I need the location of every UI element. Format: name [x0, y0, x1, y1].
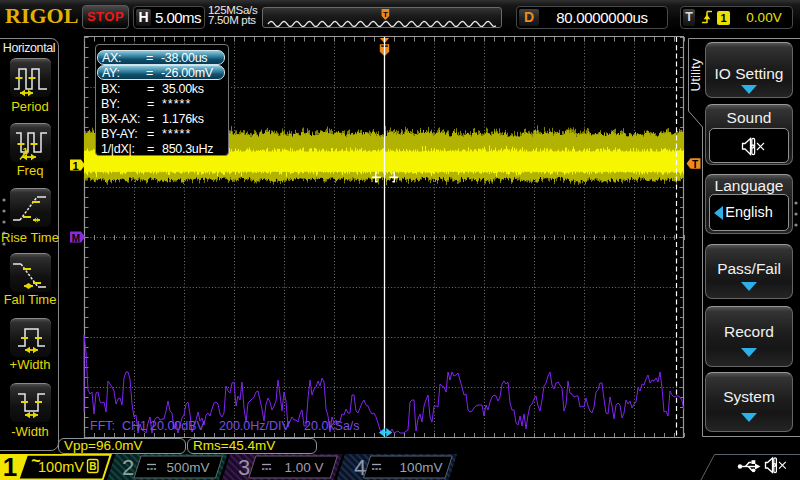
svg-text:4: 4 [354, 455, 366, 480]
svg-text:T: T [692, 159, 698, 170]
svg-text:1: 1 [72, 160, 78, 172]
svg-text:CH1: CH1 [122, 419, 147, 433]
svg-text:B: B [89, 461, 96, 472]
svg-text:200.0Hz/DIV: 200.0Hz/DIV [219, 419, 291, 433]
svg-text:3: 3 [238, 455, 250, 480]
svg-text:100mV: 100mV [38, 459, 84, 475]
svg-text:100mV: 100mV [400, 460, 443, 475]
svg-text:FFT:: FFT: [90, 419, 115, 433]
svg-text:2: 2 [122, 455, 134, 480]
svg-text:20.0kSa/s: 20.0kSa/s [304, 419, 360, 433]
svg-text:1: 1 [3, 452, 17, 480]
svg-text:1.00 V: 1.00 V [284, 460, 323, 475]
svg-text:500mV: 500mV [167, 460, 210, 475]
svg-text:T: T [383, 10, 388, 19]
svg-text:20.00dBV: 20.00dBV [150, 419, 206, 433]
svg-text:M: M [72, 233, 80, 244]
